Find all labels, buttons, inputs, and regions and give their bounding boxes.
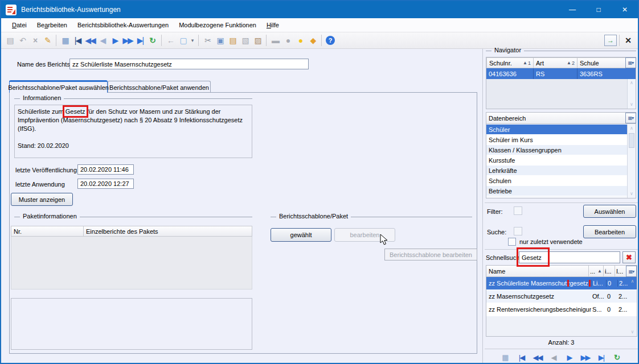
fast-forward-icon[interactable]: ▶▶ bbox=[121, 34, 134, 47]
datenbereich-item-betriebe[interactable]: Betriebe bbox=[486, 186, 627, 196]
paste-special-icon[interactable]: ▨ bbox=[251, 34, 264, 47]
menu-modulbezogene-funktionen[interactable]: Modulbezogene Funktionen bbox=[174, 20, 261, 30]
maximize-button[interactable]: □ bbox=[585, 1, 612, 18]
nur-zuletzt-checkbox[interactable] bbox=[508, 238, 516, 246]
datenbereich-item-kursstufe[interactable]: Kursstufe bbox=[486, 155, 627, 166]
tab-berichtsschablone-anwenden[interactable]: Berichtsschablone/Paket anwenden bbox=[108, 81, 211, 93]
report-list-scrollbar[interactable]: ∧ ∨ bbox=[628, 278, 637, 336]
last-use-input[interactable] bbox=[77, 179, 134, 189]
scroll-up-icon[interactable]: ∧ bbox=[628, 278, 637, 286]
clear-search-icon[interactable]: ✖ bbox=[622, 251, 636, 263]
menu-datei[interactable]: Datei bbox=[7, 20, 32, 30]
save-icon[interactable]: ▤ bbox=[3, 34, 16, 47]
paket-col-einzelberichte[interactable]: Einzelberichte des Pakets bbox=[84, 226, 252, 237]
scroll-down-icon[interactable]: ∨ bbox=[628, 190, 636, 198]
nur-zuletzt-label: nur zuletzt verwendete bbox=[519, 238, 583, 245]
scroll-down-icon[interactable]: ∨ bbox=[628, 328, 637, 336]
open-in-window-icon[interactable]: → bbox=[604, 35, 617, 46]
sort-arrow-icon: ▲ bbox=[597, 268, 602, 274]
back-arrow-icon[interactable]: ← bbox=[164, 34, 177, 47]
toolbar-separator bbox=[198, 35, 199, 46]
bearbeiten-rechts-button[interactable]: Bearbeiten bbox=[583, 225, 636, 238]
close-panel-icon[interactable]: ✕ bbox=[622, 36, 634, 45]
fast-back-icon[interactable]: ◀◀ bbox=[531, 353, 544, 362]
new-document-icon[interactable]: ▢ bbox=[177, 34, 189, 47]
next-record-icon[interactable]: ▶ bbox=[563, 353, 576, 362]
col-art[interactable]: Art▲2 bbox=[534, 57, 577, 68]
new-document-dropdown-icon[interactable]: ▾ bbox=[189, 34, 196, 47]
col-i[interactable]: i... bbox=[603, 266, 615, 277]
undo-icon[interactable]: ↶ bbox=[16, 34, 28, 47]
last-publication-input[interactable] bbox=[77, 164, 134, 175]
field-chooser-button[interactable]: ▦▾ bbox=[625, 113, 636, 123]
datenbereich-item-schueler-im-kurs[interactable]: Schüler im Kurs bbox=[486, 135, 627, 145]
refresh-icon[interactable]: ↻ bbox=[146, 34, 159, 47]
paste-icon[interactable]: ▤ bbox=[226, 34, 239, 47]
menu-hilfe[interactable]: Hilfe bbox=[261, 20, 284, 30]
datenbereich-item-schulen[interactable]: Schulen bbox=[486, 176, 627, 186]
empty-detail-box bbox=[11, 298, 252, 350]
first-record-icon[interactable]: |◀ bbox=[515, 353, 529, 362]
paket-col-nr[interactable]: Nr. bbox=[11, 226, 84, 237]
horn-icon[interactable]: ◆ bbox=[306, 34, 319, 47]
navigator-panel: Navigator Schulnr.▲1 Art▲2 Schule 041636… bbox=[482, 49, 639, 364]
bulb-icon[interactable]: ● bbox=[294, 34, 306, 47]
report-row-schuelerliste[interactable]: zz Schülerliste Masernschutzgesetz Li...… bbox=[486, 277, 637, 290]
refresh-icon[interactable]: ↻ bbox=[611, 353, 624, 362]
report-row-rentenversicherung[interactable]: zz Rentenversicherungsbescheinigung... S… bbox=[486, 303, 637, 316]
help-icon[interactable]: ? bbox=[324, 34, 337, 47]
cut-icon[interactable]: ✂ bbox=[201, 34, 214, 47]
datenbereich-header[interactable]: Datenbereich bbox=[486, 113, 636, 124]
paste-page-icon[interactable]: ▧ bbox=[239, 34, 251, 47]
paket-table-body bbox=[11, 237, 252, 289]
fast-back-icon[interactable]: ◀◀ bbox=[84, 34, 96, 47]
next-record-icon[interactable]: ▶ bbox=[109, 34, 121, 47]
prev-record-icon[interactable]: ◀ bbox=[547, 353, 560, 362]
menu-bearbeiten[interactable]: Bearbeiten bbox=[32, 20, 72, 30]
school-table-scrollbar[interactable]: ∧ ∨ bbox=[627, 79, 636, 109]
scrollbar-thumb[interactable] bbox=[629, 133, 634, 148]
datenbereich-item-schueler[interactable]: Schüler bbox=[486, 125, 627, 135]
auswaehlen-button[interactable]: Auswählen bbox=[583, 205, 636, 218]
delete-icon[interactable]: × bbox=[28, 34, 41, 47]
report-name-input[interactable] bbox=[69, 59, 309, 69]
prev-record-icon[interactable]: ◀ bbox=[96, 34, 109, 47]
col-l[interactable]: I... bbox=[615, 266, 626, 277]
datenbereich-scrollbar[interactable]: ∧ ∨ bbox=[627, 125, 636, 198]
edit-icon[interactable]: ✎ bbox=[41, 34, 54, 47]
menu-berichtsbibliothek-auswertungen[interactable]: Berichtsbibliothek-Auswertungen bbox=[72, 20, 174, 30]
field-chooser-button[interactable]: ▦▾ bbox=[626, 266, 637, 277]
col-typ[interactable]: ...▲ bbox=[588, 266, 603, 277]
tab-berichtsschablone-auswaehlen[interactable]: Berichtsschablone/Paket auswählen bbox=[9, 80, 108, 93]
toolbar-separator bbox=[321, 35, 322, 46]
col-name[interactable]: Name bbox=[486, 266, 588, 277]
schnellsuche-input[interactable] bbox=[519, 251, 620, 263]
first-record-icon[interactable]: |◀ bbox=[71, 34, 84, 47]
copy-icon[interactable]: ▣ bbox=[214, 34, 226, 47]
school-row[interactable]: 04163636 RS 3636RS bbox=[486, 68, 636, 79]
report-icon[interactable]: ▦ bbox=[59, 34, 71, 47]
col-schulnr[interactable]: Schulnr.▲1 bbox=[486, 57, 534, 68]
gewaehlt-button[interactable]: gewählt bbox=[271, 228, 331, 242]
datenbereich-item-klassen[interactable]: Klassen / Klassengruppen bbox=[486, 145, 627, 155]
muster-anzeigen-button[interactable]: Muster anzeigen bbox=[11, 193, 73, 206]
scroll-up-icon[interactable]: ∧ bbox=[628, 79, 636, 87]
main-toolbar: ▤ ↶ × ✎ ▦ |◀ ◀◀ ◀ ▶ ▶▶ ▶| ↻ ← ▢ ▾ ✂ ▣ ▤ … bbox=[1, 32, 638, 49]
tooltip-berichtsschablone-bearbeiten: Berichtsschablone bearbeiten bbox=[384, 249, 477, 260]
scroll-down-icon[interactable]: ∨ bbox=[628, 101, 636, 109]
report-row-masernschutzgesetz[interactable]: zz Masernschutzgesetz Of... 0 2... bbox=[486, 290, 637, 303]
fast-forward-icon[interactable]: ▶▶ bbox=[579, 353, 592, 362]
minimize-button[interactable]: — bbox=[559, 1, 585, 18]
close-button[interactable]: ✕ bbox=[612, 1, 638, 18]
datenbereich-item-lehrkraefte[interactable]: Lehrkräfte bbox=[486, 166, 627, 176]
last-record-icon[interactable]: ▶| bbox=[134, 34, 146, 47]
report-icon[interactable]: ▦ bbox=[499, 353, 513, 362]
filter-checkbox[interactable] bbox=[514, 206, 522, 215]
print-icon[interactable]: ▬ bbox=[269, 34, 281, 47]
content-area: Name des Berichts Berichtsschablone/Pake… bbox=[1, 49, 638, 364]
field-chooser-button[interactable]: ▦▾ bbox=[625, 57, 636, 68]
scroll-up-icon[interactable]: ∧ bbox=[628, 125, 636, 133]
last-record-icon[interactable]: ▶| bbox=[595, 353, 608, 362]
record-icon[interactable]: ● bbox=[281, 34, 294, 47]
suche-checkbox[interactable] bbox=[514, 227, 522, 235]
